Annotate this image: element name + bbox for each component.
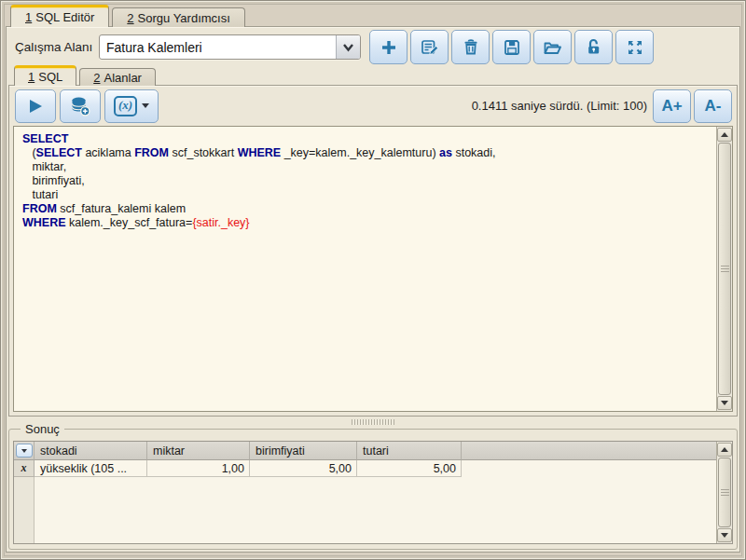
result-groupbox: Sonuç stokadi miktar birimfiyati tutari … bbox=[8, 429, 738, 550]
row-header[interactable]: x bbox=[14, 460, 35, 477]
result-legend: Sonuç bbox=[21, 422, 64, 436]
tab-mnemonic: 1 bbox=[28, 70, 35, 84]
tab-label: Alanlar bbox=[104, 71, 141, 85]
database-add-button[interactable] bbox=[60, 89, 101, 123]
thumb-grip bbox=[721, 266, 729, 273]
function-icon: (x) bbox=[114, 96, 137, 116]
column-header-filler bbox=[462, 442, 732, 460]
table-row[interactable]: x yükseklik (105 ... 1,00 5,00 5,00 bbox=[14, 460, 732, 477]
unlock-button[interactable] bbox=[574, 30, 613, 64]
sql-editor-window: 1SQL Editör 2Sorgu Yardımcısı Çalışma Al… bbox=[0, 0, 746, 560]
trash-icon bbox=[462, 38, 480, 57]
main-toolbar bbox=[369, 30, 654, 64]
tab-mnemonic: 2 bbox=[127, 11, 133, 25]
open-button[interactable] bbox=[533, 30, 572, 64]
run-query-button[interactable] bbox=[15, 89, 56, 123]
combobox-dropdown-button[interactable] bbox=[336, 35, 360, 59]
save-icon bbox=[503, 38, 521, 57]
tab-query-wizard[interactable]: 2Sorgu Yardımcısı bbox=[112, 7, 244, 27]
add-button[interactable] bbox=[369, 30, 408, 64]
splitter-grip[interactable] bbox=[352, 419, 394, 425]
sql-editor-panel: Çalışma Alanı Fatura Kalemleri bbox=[6, 26, 740, 553]
scroll-up-button[interactable] bbox=[717, 443, 732, 457]
plus-icon bbox=[380, 38, 398, 57]
open-folder-icon bbox=[543, 38, 562, 57]
grid-menu-button[interactable] bbox=[16, 444, 33, 458]
result-grid: stokadi miktar birimfiyati tutari x yüks… bbox=[13, 441, 733, 544]
delete-button[interactable] bbox=[451, 30, 490, 64]
grid-corner bbox=[14, 442, 35, 460]
save-button[interactable] bbox=[492, 30, 531, 64]
editor-vertical-scrollbar[interactable] bbox=[716, 127, 732, 411]
scrollbar-thumb[interactable] bbox=[718, 458, 731, 527]
fullscreen-icon bbox=[626, 38, 644, 57]
column-header-stokadi[interactable]: stokadi bbox=[35, 442, 147, 460]
sql-code[interactable]: SELECT (SELECT aciklama FROM scf_stokkar… bbox=[14, 127, 715, 411]
triangle-down-icon bbox=[721, 533, 728, 538]
thumb-grip bbox=[721, 489, 729, 497]
horizontal-splitter[interactable] bbox=[7, 417, 739, 427]
tab-sql-editor[interactable]: 1SQL Editör bbox=[10, 5, 109, 27]
edit-query-button[interactable] bbox=[410, 30, 449, 64]
query-duration-status: 0.1411 saniye sürdü. (Limit: 100) bbox=[472, 99, 647, 113]
result-vertical-scrollbar[interactable] bbox=[716, 442, 732, 543]
workspace-row: Çalışma Alanı Fatura Kalemleri bbox=[7, 30, 739, 65]
editor-tabbar: 1SQL 2Alanlar bbox=[14, 65, 159, 86]
edit-query-icon bbox=[421, 38, 439, 57]
scrollbar-thumb[interactable] bbox=[718, 143, 731, 395]
sql-tab-panel: (x) 0.1411 saniye sürdü. (Limit: 100) A+… bbox=[8, 85, 738, 417]
main-tabbar: 1SQL Editör 2Sorgu Yardımcısı bbox=[10, 5, 248, 27]
column-header-birimfiyati[interactable]: birimfiyati bbox=[250, 442, 357, 460]
tab-mnemonic: 2 bbox=[93, 71, 100, 85]
scroll-down-button[interactable] bbox=[717, 528, 732, 542]
tab-label: Sorgu Yardımcısı bbox=[138, 11, 230, 25]
tab-mnemonic: 1 bbox=[25, 10, 32, 24]
insert-function-button[interactable]: (x) bbox=[104, 89, 159, 123]
fullscreen-button[interactable] bbox=[615, 30, 654, 64]
tab-label: SQL Editör bbox=[35, 10, 94, 24]
caret-down-icon bbox=[21, 449, 27, 453]
cell-birimfiyati[interactable]: 5,00 bbox=[250, 460, 357, 477]
font-decrease-button[interactable]: A- bbox=[694, 89, 732, 123]
cell-miktar[interactable]: 1,00 bbox=[147, 460, 250, 477]
unlock-icon bbox=[585, 38, 603, 57]
combobox-value: Fatura Kalemleri bbox=[100, 40, 336, 55]
tab-label: SQL bbox=[38, 70, 62, 84]
triangle-up-icon bbox=[721, 132, 728, 137]
scroll-up-button[interactable] bbox=[717, 128, 732, 142]
font-increase-button[interactable]: A+ bbox=[653, 89, 691, 123]
grid-header-row: stokadi miktar birimfiyati tutari bbox=[14, 442, 732, 460]
database-add-icon bbox=[70, 96, 90, 116]
cell-stokadi[interactable]: yükseklik (105 ... bbox=[35, 460, 147, 477]
triangle-down-icon bbox=[721, 401, 728, 405]
scroll-down-button[interactable] bbox=[717, 396, 732, 410]
editor-toolbar: (x) 0.1411 saniye sürdü. (Limit: 100) A+… bbox=[9, 88, 737, 125]
play-icon bbox=[26, 97, 45, 116]
cell-tutari[interactable]: 5,00 bbox=[357, 460, 462, 477]
triangle-up-icon bbox=[721, 447, 728, 452]
workspace-label: Çalışma Alanı bbox=[15, 40, 92, 54]
column-header-miktar[interactable]: miktar bbox=[147, 442, 250, 460]
column-header-tutari[interactable]: tutari bbox=[357, 442, 462, 460]
tab-sql[interactable]: 1SQL bbox=[14, 65, 76, 86]
sql-editor-area[interactable]: SELECT (SELECT aciklama FROM scf_stokkar… bbox=[13, 126, 733, 412]
row-header-gutter bbox=[14, 477, 35, 543]
caret-down-icon bbox=[142, 103, 149, 109]
workspace-combobox[interactable]: Fatura Kalemleri bbox=[99, 34, 361, 60]
tab-fields[interactable]: 2Alanlar bbox=[79, 68, 156, 86]
chevron-down-icon bbox=[342, 43, 354, 52]
